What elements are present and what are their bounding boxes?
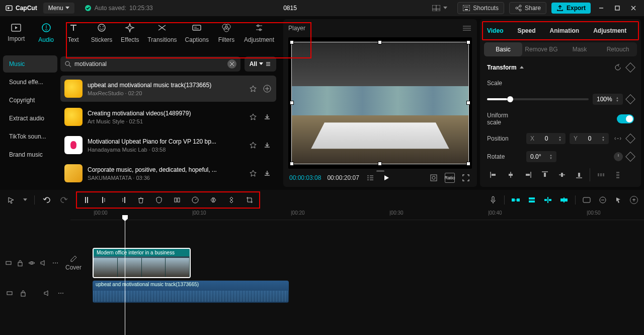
video-track-lane[interactable]: Modern office interior in a business [70, 245, 644, 281]
align-left-button[interactable] [487, 168, 500, 181]
scale-slider[interactable] [487, 98, 589, 100]
nav-tab-text[interactable]: Text [60, 20, 87, 45]
nav-tab-transitions[interactable]: Transitions [143, 20, 181, 45]
subtab-basic[interactable]: Basic [484, 42, 522, 56]
sidebar-item-tiktok-sound[interactable]: TikTok soun... [3, 128, 57, 145]
align-top-button[interactable] [538, 168, 551, 181]
keyframe-rotate-button[interactable] [625, 152, 635, 162]
flip-h-button[interactable] [208, 194, 219, 206]
music-result-item[interactable]: Motivational Upbeat Piano for Corp VP 12… [60, 132, 276, 158]
ratio-button[interactable]: Ratio [445, 173, 455, 183]
pos-y-stepper[interactable]: ▲▼ [602, 136, 605, 142]
track-mute-button[interactable] [43, 288, 52, 298]
audio-clip[interactable]: upbeat and motivational music track(1373… [93, 281, 289, 303]
audio-track-lane[interactable]: upbeat and motivational music track(1373… [70, 281, 644, 306]
transform-section[interactable]: Transform [487, 64, 524, 71]
align-right-button[interactable] [521, 168, 534, 181]
distribute-v-button[interactable] [611, 168, 624, 181]
trim-left-button[interactable] [99, 194, 110, 206]
position-link-button[interactable] [613, 133, 623, 144]
export-button[interactable]: Export [551, 3, 591, 14]
speed-tool-button[interactable] [190, 194, 201, 206]
favorite-button[interactable] [248, 84, 258, 94]
sidebar-item-music[interactable]: Music [3, 55, 57, 73]
keyframe-position-button[interactable] [625, 133, 635, 144]
music-result-item[interactable]: Creating motivational videos(1489979) Ar… [60, 104, 276, 130]
pos-x-stepper[interactable]: ▲▼ [558, 136, 561, 142]
position-y-box[interactable]: Y0▲▼ [570, 133, 609, 144]
track-more-button[interactable]: ⋯ [57, 288, 65, 298]
nav-tab-audio[interactable]: Audio [33, 20, 60, 45]
sidebar-item-extract-audio[interactable]: Extract audio [3, 110, 57, 127]
music-result-item[interactable]: upbeat and motivational music track(1373… [60, 76, 276, 102]
favorite-button[interactable] [248, 140, 258, 150]
list-view-button[interactable] [365, 173, 375, 183]
sidebar-item-brand-music[interactable]: Brand music [3, 146, 57, 163]
zoom-in-button[interactable]: + [630, 196, 638, 204]
clear-search-button[interactable] [227, 59, 236, 69]
share-button[interactable]: Share [509, 2, 546, 14]
inspector-tab-adjustment[interactable]: Adjustment [592, 25, 627, 36]
close-button[interactable] [628, 3, 639, 14]
track-collapse-button[interactable] [5, 288, 14, 298]
sidebar-item-sound-effects[interactable]: Sound effe... [3, 74, 57, 91]
split-button[interactable] [81, 194, 92, 206]
track-collapse-button[interactable] [5, 258, 12, 268]
import-button[interactable]: Import [0, 19, 33, 45]
distribute-h-button[interactable] [594, 168, 607, 181]
sidebar-item-copyright[interactable]: Copyright [3, 92, 57, 109]
position-x-box[interactable]: X0▲▼ [526, 133, 566, 144]
timeline-ruler[interactable]: |00:00 |00:10 |00:20 |00:30 |00:40 |00:5… [70, 210, 644, 220]
track-mute-button[interactable] [40, 258, 47, 268]
play-button[interactable] [381, 173, 391, 183]
nav-tab-effects[interactable]: Effects [116, 20, 143, 45]
snap-button[interactable] [511, 195, 521, 205]
keyframe-transform-button[interactable] [625, 62, 635, 73]
menu-button[interactable]: Menu [43, 3, 74, 14]
shortcuts-button[interactable]: Shortcuts [457, 2, 504, 14]
subtab-mask[interactable]: Mask [560, 42, 599, 56]
crop-button[interactable] [244, 194, 255, 206]
keyframe-scale-button[interactable] [625, 94, 635, 104]
track-lock-button[interactable] [17, 258, 23, 268]
scale-value-box[interactable]: 100%▲▼ [593, 94, 623, 105]
layout-button[interactable] [427, 3, 452, 13]
selection-tool-button[interactable] [6, 195, 16, 205]
nav-tab-adjustment[interactable]: Adjustment [240, 20, 278, 45]
trim-right-button[interactable] [117, 194, 128, 206]
nav-tab-stickers[interactable]: Stickers [87, 20, 117, 45]
video-clip[interactable]: Modern office interior in a business [93, 248, 191, 278]
fullscreen-button[interactable] [461, 173, 471, 183]
scale-fit-button[interactable] [429, 173, 439, 183]
rotate-value-box[interactable]: 0.0°▲▼ [526, 151, 556, 162]
nav-tab-captions[interactable]: Captions [181, 20, 213, 45]
track-more-button[interactable]: ⋯ [52, 258, 58, 268]
maximize-button[interactable] [612, 3, 623, 14]
mirror-tool-button[interactable] [172, 194, 183, 206]
subtab-remove-bg[interactable]: Remove BG [522, 42, 560, 56]
minimize-button[interactable] [596, 3, 607, 14]
music-result-item[interactable]: Corporate music, positive, dedicated, ho… [60, 160, 276, 186]
inspector-tab-speed[interactable]: Speed [516, 25, 536, 36]
delete-button[interactable] [135, 194, 146, 206]
align-center-h-button[interactable] [504, 168, 517, 181]
mic-button[interactable] [488, 195, 498, 205]
filter-all-button[interactable]: All [245, 56, 276, 72]
favorite-button[interactable] [248, 112, 258, 122]
reset-transform-button[interactable] [613, 62, 623, 73]
track-lock-button[interactable] [19, 288, 27, 298]
inspector-tab-animation[interactable]: Animation [548, 25, 580, 36]
player-viewport[interactable] [288, 37, 472, 169]
track-visible-button[interactable] [28, 258, 35, 268]
undo-button[interactable] [42, 195, 52, 205]
inspector-tab-video[interactable]: Video [486, 25, 504, 36]
cursor-settings-button[interactable] [614, 195, 624, 205]
playhead[interactable] [125, 220, 125, 335]
align-center-v-button[interactable] [555, 168, 569, 181]
rotate-stepper[interactable]: ▲▼ [549, 154, 552, 160]
add-track-button[interactable] [262, 84, 272, 94]
nav-tab-filters[interactable]: Filters [213, 20, 240, 45]
shield-tool-button[interactable] [153, 194, 165, 206]
uniform-scale-toggle[interactable] [617, 114, 634, 123]
search-box[interactable] [60, 56, 240, 72]
